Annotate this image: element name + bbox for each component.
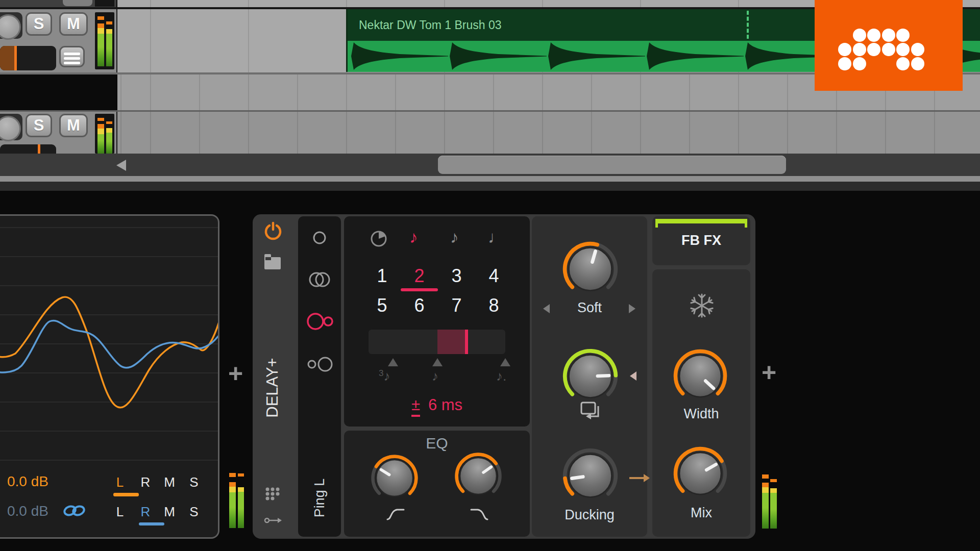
logo-dot	[882, 43, 895, 56]
eq-highpass-knob[interactable]	[370, 453, 420, 503]
delay-mode-stereo-icon[interactable]	[306, 269, 333, 290]
logo-overlay	[815, 0, 963, 91]
straight-note-icon[interactable]: ♪	[432, 368, 438, 384]
marker-dotted[interactable]	[500, 358, 510, 366]
modulation-indicator-icon[interactable]	[630, 371, 636, 381]
plusminus-sign: ±	[411, 396, 420, 417]
device-title[interactable]: DELAY+	[256, 316, 289, 459]
scope-wave-orange	[0, 297, 219, 408]
freeze-snowflake-icon[interactable]	[688, 292, 716, 319]
track1-solo-button[interactable]: S	[26, 12, 52, 36]
logo-dot	[867, 29, 880, 42]
beat-6[interactable]: 6	[401, 295, 438, 316]
feedback-fx-active-bar	[655, 219, 747, 223]
panel-divider[interactable]	[0, 176, 980, 182]
time-offset-slider[interactable]	[369, 330, 505, 354]
channel-L-top[interactable]: L	[111, 474, 129, 490]
feedback-fx-panel: Width Mix	[652, 269, 750, 537]
beat-selected-underline	[401, 288, 438, 291]
arranger-lane-3[interactable]	[117, 112, 980, 154]
track2-mute-button[interactable]: M	[59, 114, 88, 137]
feedback-knob[interactable]	[561, 347, 620, 406]
beat-8[interactable]: 8	[475, 295, 512, 316]
triplet-note-icon[interactable]: 3♪	[379, 368, 390, 384]
gain-right-value[interactable]: 0.0 dB	[7, 503, 48, 519]
channel-S-top[interactable]: S	[185, 474, 203, 490]
logo-dot	[853, 57, 866, 70]
panel-divider-shadow	[0, 182, 980, 191]
beat-7[interactable]: 7	[438, 295, 475, 316]
track2-solo-button[interactable]: S	[26, 114, 52, 137]
offset-ms: 6 ms	[428, 396, 462, 414]
ducking-label: Ducking	[532, 507, 647, 523]
feedback-fx-header[interactable]: FB FX	[652, 216, 750, 265]
device-strip[interactable]: DELAY+	[253, 214, 298, 539]
marker-triplet[interactable]	[388, 358, 398, 366]
beat-1[interactable]: 1	[363, 265, 401, 287]
beat-4[interactable]: 4	[475, 265, 512, 287]
width-knob[interactable]	[672, 347, 729, 405]
ducking-knob[interactable]	[561, 446, 620, 505]
scrollbar-thumb[interactable]	[438, 156, 786, 174]
eq-label: EQ	[344, 435, 530, 452]
clip-loop-marker	[747, 11, 749, 39]
channel-M-top[interactable]: M	[161, 474, 178, 490]
note-sixteenth-icon-selected[interactable]: ♪	[409, 228, 418, 247]
track1-menu-button[interactable]	[59, 46, 85, 67]
delay-mode-pingpong2-icon[interactable]	[306, 354, 334, 374]
time-offset-value[interactable]: ±6 ms	[344, 396, 530, 414]
remote-controls-icon[interactable]	[265, 487, 281, 501]
track2-volume-fader[interactable]	[0, 144, 56, 154]
channel-S-bottom[interactable]: S	[185, 504, 203, 520]
lowpass-curve-icon	[470, 506, 489, 521]
dotted-note-icon[interactable]: ♪.	[496, 368, 506, 384]
stereo-link-icon[interactable]	[62, 504, 87, 517]
delay-time-panel: ♪ ♪ ♩ 1 2 3 4 5 6 7 8 3♪	[344, 216, 530, 427]
gain-left-value[interactable]: 0.0 dB	[7, 473, 48, 490]
device-preset-folder-icon[interactable]	[264, 257, 281, 269]
channel-M-bottom[interactable]: M	[161, 504, 178, 520]
track1-mute-button[interactable]: M	[59, 12, 88, 36]
track1-fader-handle[interactable]	[14, 46, 17, 70]
device-power-icon[interactable]	[263, 221, 283, 241]
highpass-curve-icon	[386, 506, 405, 521]
feedback-loop-icon[interactable]	[579, 400, 601, 419]
offset-slider-handle[interactable]	[465, 330, 468, 354]
scroll-left-arrow-icon[interactable]	[116, 160, 126, 171]
track1-header[interactable]: S M	[0, 9, 118, 72]
time-mode-dial-icon[interactable]	[370, 230, 388, 248]
add-device-button-right[interactable]: +	[762, 362, 776, 383]
marker-straight[interactable]	[432, 358, 443, 366]
feedback-fx-label: FB FX	[652, 233, 750, 248]
logo-dot	[882, 29, 895, 42]
beat-3[interactable]: 3	[438, 265, 475, 287]
track2-header[interactable]: S M	[0, 112, 118, 154]
device-meter-right	[762, 474, 777, 530]
beat-2-selected[interactable]: 2	[401, 265, 438, 287]
channel-R-top[interactable]: R	[137, 474, 154, 490]
soft-amount-knob[interactable]	[561, 240, 620, 298]
logo-dot	[853, 29, 866, 42]
track1-volume-fader[interactable]	[0, 46, 56, 70]
logo-dot	[867, 43, 880, 56]
mix-knob[interactable]	[672, 445, 729, 502]
add-device-button-left[interactable]: +	[228, 363, 243, 384]
logo-dot	[896, 57, 910, 70]
channel-L-bottom[interactable]: L	[111, 504, 129, 520]
delay-mode-pingpong-icon-selected[interactable]	[305, 310, 335, 333]
previous-track-button[interactable]	[63, 0, 92, 6]
note-quarter-icon[interactable]: ♩	[488, 228, 505, 247]
delay-eq-panel: EQ	[344, 431, 530, 537]
delay-mode-mono-icon[interactable]	[310, 229, 329, 247]
offset-range-fill	[437, 330, 468, 354]
channel-R-bottom[interactable]: R	[137, 504, 154, 520]
preset-name[interactable]: Ping L	[309, 457, 330, 539]
routing-icon[interactable]	[264, 516, 283, 524]
eq-lowpass-knob[interactable]	[453, 451, 503, 501]
beat-5[interactable]: 5	[363, 295, 401, 316]
note-eighth-icon[interactable]: ♪	[450, 228, 459, 247]
soft-label: Soft	[532, 300, 647, 316]
track2-fader-handle[interactable]	[38, 144, 40, 154]
ducking-to-mix-arrow-icon	[628, 472, 651, 484]
horizontal-scrollbar[interactable]	[0, 154, 980, 176]
